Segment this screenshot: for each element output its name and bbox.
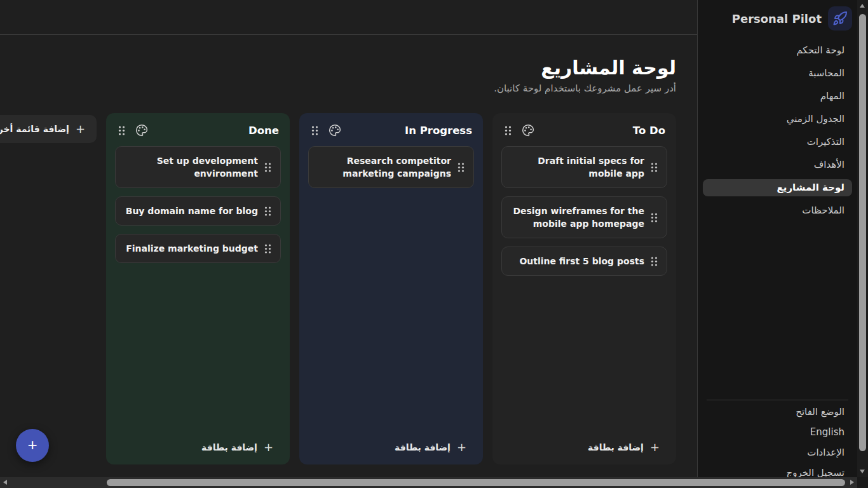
card-list: Set up development environmentBuy domain… xyxy=(106,146,290,263)
sidebar-item[interactable]: لوحة المشاريع xyxy=(703,179,852,196)
grip-vertical-icon[interactable] xyxy=(649,256,659,267)
sidebar-item[interactable]: الملاحظات xyxy=(703,202,852,219)
card-title: Draft initial specs for mobile app xyxy=(510,154,644,180)
kanban-card[interactable]: Draft initial specs for mobile app xyxy=(501,146,667,188)
vertical-scrollbar-thumb[interactable] xyxy=(859,14,866,451)
column-header: Done xyxy=(106,113,290,146)
grip-vertical-icon[interactable] xyxy=(263,162,273,173)
card-title: Research competitor marketing campaigns xyxy=(316,154,451,180)
vertical-scrollbar[interactable] xyxy=(857,0,868,477)
grip-vertical-icon[interactable] xyxy=(503,125,513,136)
kanban-card[interactable]: Research competitor marketing campaigns xyxy=(308,146,474,188)
kanban-column: In ProgressResearch competitor marketing… xyxy=(299,113,483,464)
column-header: To Do xyxy=(492,113,676,146)
sidebar-footer-item[interactable]: الوضع الفاتح xyxy=(703,403,852,421)
sidebar-divider xyxy=(707,400,848,400)
kanban-card[interactable]: Outline first 5 blog posts xyxy=(501,247,667,276)
scroll-down-arrow-icon[interactable] xyxy=(860,470,865,473)
card-list: Research competitor marketing campaigns xyxy=(299,146,483,188)
grip-vertical-icon[interactable] xyxy=(263,206,273,217)
grip-vertical-icon[interactable] xyxy=(310,125,320,136)
kanban-board-scroll-area: To DoDraft initial specs for mobile appD… xyxy=(0,113,697,464)
rocket-icon xyxy=(828,6,852,30)
grip-vertical-icon[interactable] xyxy=(649,162,659,173)
palette-icon[interactable] xyxy=(135,124,148,137)
sidebar-item[interactable]: المحاسبة xyxy=(703,65,852,82)
add-list-label: إضافة قائمة أخرى xyxy=(0,124,69,134)
kanban-card[interactable]: Set up development environment xyxy=(115,146,281,188)
grip-vertical-icon[interactable] xyxy=(456,162,466,173)
add-card-button[interactable]: +إضافة بطاقة xyxy=(185,432,290,464)
sidebar-footer-item[interactable]: تسجيل الخروج xyxy=(703,464,852,477)
grip-vertical-icon[interactable] xyxy=(263,243,273,254)
sidebar-item[interactable]: التذكيرات xyxy=(703,133,852,151)
kanban-board: To DoDraft initial specs for mobile appD… xyxy=(0,113,676,464)
palette-icon[interactable] xyxy=(522,124,534,137)
card-title: Finalize marketing budget xyxy=(123,242,258,255)
fab-add-button[interactable]: + xyxy=(16,429,49,462)
column-footer: +إضافة بطاقة xyxy=(492,432,676,464)
grip-vertical-icon[interactable] xyxy=(649,212,659,223)
plus-icon: + xyxy=(457,442,466,453)
scrollbar-corner xyxy=(857,477,868,488)
scroll-left-arrow-icon[interactable] xyxy=(3,480,7,485)
kanban-card[interactable]: Finalize marketing budget xyxy=(115,234,281,263)
plus-icon: + xyxy=(264,442,273,453)
add-card-label: إضافة بطاقة xyxy=(588,442,644,452)
plus-icon: + xyxy=(650,442,660,453)
card-list: Draft initial specs for mobile appDesign… xyxy=(492,146,676,276)
add-list-button[interactable]: + إضافة قائمة أخرى xyxy=(0,115,97,143)
add-card-button[interactable]: +إضافة بطاقة xyxy=(571,432,676,464)
sidebar-nav: لوحة التحكمالمحاسبةالمهامالجدول الزمنيال… xyxy=(703,42,852,219)
page-subtitle: أدر سير عمل مشروعك باستخدام لوحة كانبان. xyxy=(21,83,676,94)
card-title: Set up development environment xyxy=(123,154,258,180)
scroll-up-arrow-icon[interactable] xyxy=(860,4,865,8)
plus-icon: + xyxy=(76,123,85,135)
page-title: لوحة المشاريع xyxy=(21,57,676,79)
kanban-card[interactable]: Buy domain name for blog xyxy=(115,196,281,226)
brand: Personal Pilot xyxy=(703,5,852,32)
card-title: Outline first 5 blog posts xyxy=(510,255,644,268)
card-title: Buy domain name for blog xyxy=(123,205,258,217)
column-title: To Do xyxy=(633,125,665,137)
scroll-right-arrow-icon[interactable] xyxy=(850,480,854,485)
sidebar: Personal Pilot لوحة التحكمالمحاسبةالمهام… xyxy=(697,0,857,477)
kanban-card[interactable]: Design wireframes for the mobile app hom… xyxy=(501,196,667,238)
card-title: Design wireframes for the mobile app hom… xyxy=(510,205,644,230)
sidebar-footer-item[interactable]: English xyxy=(703,423,852,441)
sidebar-footer-item[interactable]: الإعدادات xyxy=(703,444,852,461)
app-title: Personal Pilot xyxy=(732,12,822,25)
sidebar-item[interactable]: المهام xyxy=(703,88,852,105)
add-card-button[interactable]: +إضافة بطاقة xyxy=(378,432,483,464)
sidebar-item[interactable]: لوحة التحكم xyxy=(703,42,852,59)
column-title: In Progress xyxy=(405,125,472,137)
horizontal-scrollbar-thumb[interactable] xyxy=(107,479,845,486)
horizontal-scrollbar[interactable] xyxy=(0,477,857,488)
main-area: لوحة المشاريع أدر سير عمل مشروعك باستخدا… xyxy=(0,0,697,477)
sidebar-item[interactable]: الجدول الزمني xyxy=(703,111,852,128)
column-title: Done xyxy=(248,125,279,137)
palette-icon[interactable] xyxy=(329,124,341,137)
add-card-label: إضافة بطاقة xyxy=(201,442,257,452)
column-footer: +إضافة بطاقة xyxy=(299,432,483,464)
sidebar-item[interactable]: الأهداف xyxy=(703,156,852,173)
kanban-column: To DoDraft initial specs for mobile appD… xyxy=(492,113,676,464)
grip-vertical-icon[interactable] xyxy=(117,125,126,136)
sidebar-footer: الوضع الفاتحEnglishالإعداداتتسجيل الخروج xyxy=(703,400,852,477)
plus-icon: + xyxy=(27,437,37,453)
top-bar xyxy=(0,0,697,35)
add-card-label: إضافة بطاقة xyxy=(395,442,451,452)
column-header: In Progress xyxy=(299,113,483,146)
kanban-column: DoneSet up development environmentBuy do… xyxy=(106,113,290,464)
column-footer: +إضافة بطاقة xyxy=(106,432,290,464)
